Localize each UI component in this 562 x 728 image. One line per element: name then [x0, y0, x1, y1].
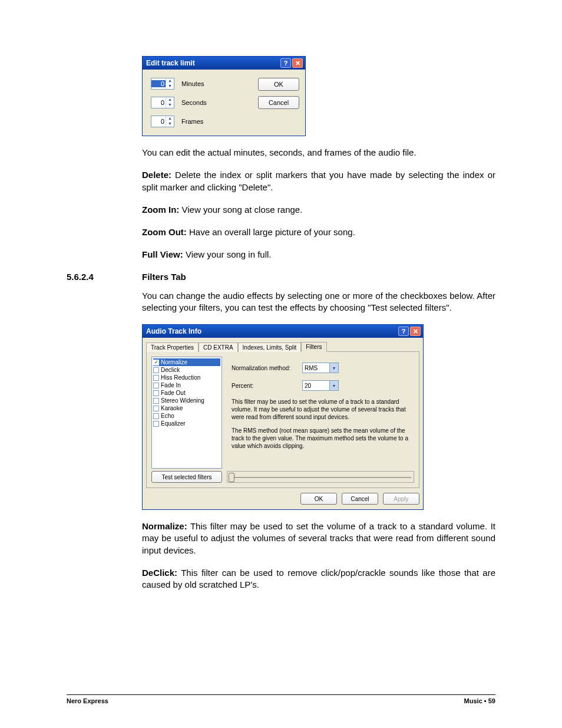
tab-cd-extra[interactable]: CD EXTRA [199, 342, 238, 352]
norm-method-label: Normalization method: [232, 365, 302, 371]
tab-pane: ✓NormalizeDeclickHiss ReductionFade InFa… [146, 351, 419, 488]
tab-filters[interactable]: Filters [301, 342, 326, 352]
filter-item-label: Echo [161, 412, 174, 420]
body-text: Full View: View your song in full. [142, 249, 495, 261]
down-arrow-icon[interactable]: ▼ [166, 84, 174, 89]
down-arrow-icon[interactable]: ▼ [166, 103, 174, 108]
ok-button[interactable]: OK [300, 493, 337, 505]
frames-label: Frames [181, 118, 203, 125]
filter-item-label: Equalizer [161, 420, 186, 427]
filter-item[interactable]: Fade Out [153, 389, 220, 397]
footer-left: Nero Express [67, 697, 108, 704]
body-text: You can edit the actual minutes, seconds… [142, 147, 495, 159]
cancel-button[interactable]: Cancel [342, 493, 378, 505]
down-arrow-icon[interactable]: ▼ [166, 121, 174, 127]
section-title: Filters Tab [142, 272, 186, 282]
seconds-input[interactable] [151, 99, 166, 106]
filter-item[interactable]: Declick [153, 366, 220, 374]
checkbox-icon[interactable] [153, 413, 159, 419]
minutes-input[interactable] [151, 80, 166, 87]
tab-indexes[interactable]: Indexes, Limits, Split [238, 342, 302, 352]
close-icon[interactable]: ✕ [292, 58, 303, 68]
frames-input[interactable] [151, 118, 166, 125]
dialog-title: Audio Track Info [146, 327, 201, 335]
filter-item-label: Fade In [161, 381, 181, 389]
body-text: Zoom In: View your song at close range. [142, 204, 495, 216]
body-text: Zoom Out: Have an overall large picture … [142, 226, 495, 238]
body-text: Delete: Delete the index or split marker… [142, 169, 495, 193]
body-text: DeClick: This filter can be used to remo… [142, 567, 495, 591]
tab-bar: Track Properties CD EXTRA Indexes, Limit… [146, 341, 419, 351]
filter-item-label: Stereo Widening [161, 397, 204, 404]
titlebar: Edit track limit ? ✕ [143, 57, 305, 70]
edit-track-limit-dialog: Edit track limit ? ✕ ▲▼ Minutes [142, 56, 306, 136]
section-heading: 5.6.2.4 Filters Tab [67, 272, 495, 282]
filter-item[interactable]: Stereo Widening [153, 397, 220, 404]
filter-item[interactable]: ✓Normalize [153, 358, 220, 366]
filter-item[interactable]: Echo [153, 412, 220, 420]
filter-item[interactable]: Hiss Reduction [153, 374, 220, 381]
frames-stepper[interactable]: ▲▼ [151, 116, 174, 127]
apply-button[interactable]: Apply [383, 493, 419, 505]
close-icon[interactable]: ✕ [410, 327, 421, 336]
ok-button[interactable]: OK [258, 78, 299, 91]
minutes-label: Minutes [181, 80, 204, 87]
filter-item[interactable]: Fade In [153, 381, 220, 389]
filter-description: The RMS method (root mean square) sets t… [232, 427, 412, 450]
up-arrow-icon[interactable]: ▲ [166, 78, 174, 84]
filter-list[interactable]: ✓NormalizeDeclickHiss ReductionFade InFa… [151, 357, 222, 469]
slider-thumb[interactable] [229, 473, 234, 482]
filter-item-label: Hiss Reduction [161, 374, 200, 381]
section-number: 5.6.2.4 [67, 272, 142, 282]
checkbox-icon[interactable] [153, 398, 159, 404]
cancel-button[interactable]: Cancel [258, 96, 299, 109]
filter-item-label: Declick [161, 366, 180, 374]
checkbox-icon[interactable] [153, 390, 159, 396]
chevron-down-icon[interactable]: ▼ [329, 381, 338, 390]
filter-item-label: Fade Out [161, 389, 186, 397]
tab-track-properties[interactable]: Track Properties [146, 342, 199, 352]
body-text: You can change the audio effects by sele… [142, 290, 495, 314]
checkbox-icon[interactable] [153, 406, 159, 411]
checkbox-icon[interactable] [153, 421, 159, 427]
checkbox-icon[interactable] [153, 375, 159, 381]
seconds-stepper[interactable]: ▲▼ [151, 97, 174, 108]
checkbox-icon[interactable] [153, 367, 159, 373]
footer-right: Music • 59 [464, 697, 495, 704]
norm-method-combo[interactable]: RMS▼ [302, 363, 339, 373]
minutes-stepper[interactable]: ▲▼ [151, 78, 174, 90]
dialog-title: Edit track limit [146, 59, 195, 67]
help-icon[interactable]: ? [280, 58, 291, 68]
titlebar: Audio Track Info ? ✕ [143, 325, 423, 338]
filter-description: This filter may be used to set the volum… [232, 398, 412, 421]
up-arrow-icon[interactable]: ▲ [166, 97, 174, 103]
filter-item[interactable]: Karaoke [153, 404, 220, 412]
body-text: Normalize: This filter may be used to se… [142, 521, 495, 556]
page-footer: Nero Express Music • 59 [67, 694, 495, 704]
checkbox-icon[interactable] [153, 383, 159, 388]
filter-item-label: Karaoke [161, 404, 183, 412]
seconds-label: Seconds [181, 99, 207, 106]
test-filters-button[interactable]: Test selected filters [151, 471, 222, 483]
filter-item[interactable]: Equalizer [153, 420, 220, 427]
up-arrow-icon[interactable]: ▲ [166, 116, 174, 121]
percent-label: Percent: [232, 383, 302, 389]
percent-combo[interactable]: 20▼ [302, 380, 339, 391]
checkbox-icon[interactable]: ✓ [153, 360, 159, 365]
help-icon[interactable]: ? [398, 327, 409, 336]
chevron-down-icon[interactable]: ▼ [329, 363, 338, 373]
filter-item-label: Normalize [161, 358, 187, 366]
preview-slider[interactable] [227, 471, 414, 483]
audio-track-info-dialog: Audio Track Info ? ✕ Track Properties CD… [142, 324, 424, 510]
